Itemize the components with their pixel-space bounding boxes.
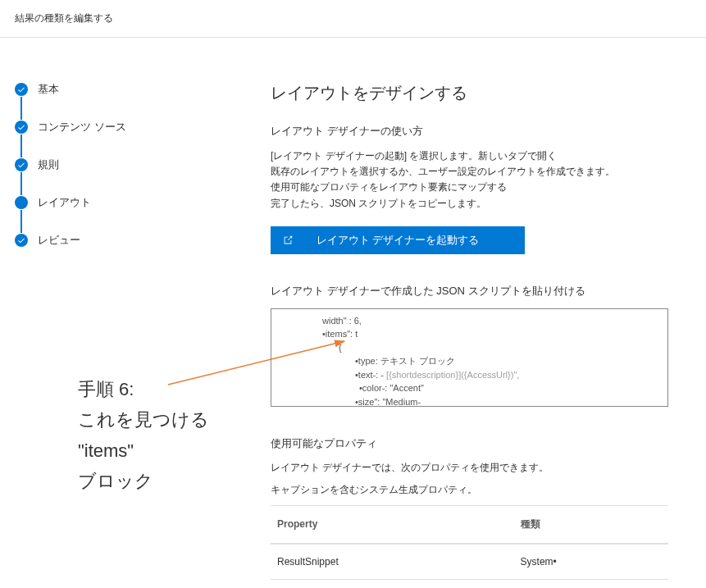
- desc-line: [レイアウト デザイナーの起動] を選択します。新しいタブで開く: [271, 148, 681, 164]
- table-row: ResultSnippet System•: [271, 544, 668, 580]
- current-step-icon: [15, 196, 28, 209]
- section-subtitle: レイアウト デザイナーの使い方: [271, 124, 681, 139]
- properties-table: Property 種類 ResultSnippet System• Previe…: [271, 505, 668, 588]
- step-label: レイアウト: [38, 195, 91, 210]
- table-header-type: 種類: [514, 505, 668, 544]
- check-icon: [15, 121, 28, 134]
- table-row: PreviewContent テキスト: [271, 579, 668, 588]
- code-line: {: [339, 343, 342, 353]
- check-icon: [15, 83, 28, 96]
- check-icon: [15, 234, 28, 247]
- annotation-line: 手順 6:: [78, 374, 209, 404]
- step-review[interactable]: レビュー: [15, 233, 231, 248]
- props-desc: キャプションを含むシステム生成プロパティ。: [271, 483, 681, 497]
- props-desc: レイアウト デザイナーでは、次のプロパティを使用できます。: [271, 461, 681, 475]
- main-content: レイアウトをデザインする レイアウト デザイナーの使い方 [レイアウト デザイナ…: [246, 38, 706, 588]
- code-line: •color-: "Accent": [359, 383, 424, 393]
- code-line: •text-: -: [355, 370, 384, 380]
- desc-line: 使用可能なプロパティをレイアウト要素にマップする: [271, 180, 681, 195]
- wizard-sidebar: 基本 コンテンツ ソース 規則 レイアウト レビュー: [0, 38, 246, 588]
- step-label: コンテンツ ソース: [38, 120, 126, 134]
- table-cell: ResultSnippet: [271, 544, 514, 580]
- table-cell: System•: [514, 544, 668, 580]
- step-content-source[interactable]: コンテンツ ソース: [15, 120, 231, 134]
- page-title: 結果の種類を編集する: [15, 12, 113, 24]
- code-line: •items": t: [322, 329, 358, 339]
- annotation-text: 手順 6: これを見つける "items" ブロック: [78, 374, 209, 497]
- page-header: 結果の種類を編集する: [0, 0, 706, 38]
- annotation-line: これを見つける: [78, 404, 209, 435]
- step-basic[interactable]: 基本: [15, 82, 231, 97]
- json-script-textarea[interactable]: width" : 6, •items": t { •type: テキスト ブロッ…: [271, 308, 668, 407]
- launch-designer-button[interactable]: レイアウト デザイナーを起動する: [271, 226, 525, 254]
- json-paste-label: レイアウト デザイナーで作成した JSON スクリプトを貼り付ける: [271, 284, 681, 299]
- table-cell: テキスト: [514, 579, 668, 588]
- desc-line: 既存のレイアウトを選択するか、ユーザー設定のレイアウトを作成できます。: [271, 164, 681, 180]
- step-label: レビュー: [38, 233, 80, 248]
- button-label: レイアウト デザイナーを起動する: [317, 233, 480, 248]
- step-label: 規則: [38, 157, 59, 172]
- external-link-icon: [282, 235, 294, 246]
- code-line: width" : 6,: [322, 316, 362, 326]
- table-header-property: Property: [271, 505, 514, 544]
- code-line: •size": "Medium-: [355, 397, 421, 407]
- section-title: レイアウトをデザインする: [271, 82, 681, 104]
- available-props-title: 使用可能なプロパティ: [271, 436, 681, 451]
- annotation-line: "items": [78, 435, 209, 466]
- step-label: 基本: [38, 82, 59, 97]
- code-binding: [{shortdescription}]({AccessUrl})",: [386, 370, 519, 380]
- description: [レイアウト デザイナーの起動] を選択します。新しいタブで開く 既存のレイアウ…: [271, 148, 681, 212]
- code-line: •type: テキスト ブロック: [355, 356, 455, 366]
- annotation-line: ブロック: [78, 466, 209, 496]
- table-cell: PreviewContent: [271, 579, 514, 588]
- step-layout[interactable]: レイアウト: [15, 195, 231, 210]
- step-rules[interactable]: 規則: [15, 157, 231, 172]
- check-icon: [15, 158, 28, 171]
- desc-line: 完了したら、JSON スクリプトをコピーします。: [271, 196, 681, 212]
